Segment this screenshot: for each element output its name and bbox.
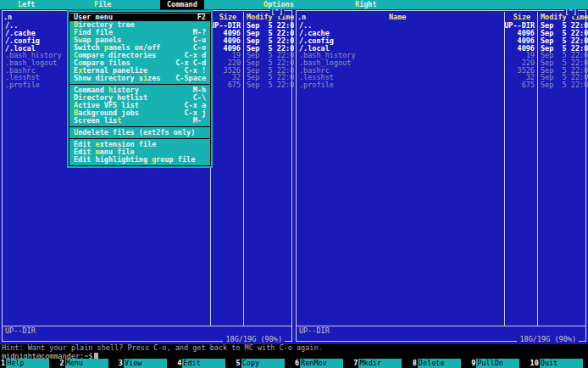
menubar-item-command[interactable]: Command: [160, 0, 204, 9]
fkey-label: RenMov: [300, 359, 343, 368]
item-label: Command: [167, 0, 197, 8]
item-label: Left: [18, 0, 35, 8]
fkey-label: Quit: [540, 359, 583, 368]
hint-line: Hint: Want your plain shell? Press C-o, …: [2, 344, 323, 352]
menu-item-shortcut: M-`: [193, 117, 206, 125]
column-header-size[interactable]: Size: [214, 14, 242, 21]
menubar-item-right[interactable]: Right: [348, 0, 384, 9]
fkey-label: View: [124, 359, 167, 368]
ministatus: UP--DIR: [299, 327, 330, 335]
free-space-indicator: 18G/19G (90%): [517, 336, 579, 343]
item-label: Edit highlighting group file: [74, 156, 195, 164]
item-label: Undelete files (ext2fs only): [74, 129, 195, 137]
file-mtime: Sep 5 22:00: [541, 81, 588, 89]
item-label: Right: [355, 0, 377, 8]
fkey-label: Menu: [65, 359, 108, 368]
file-name: .profile: [299, 81, 334, 89]
fkey-view[interactable]: 3View: [118, 359, 176, 368]
right-panel: [^].nNameSizeModify time/..UP--DIRSep 5 …: [294, 9, 588, 344]
menu-item-shortcut: F2: [197, 14, 206, 21]
item-label: Screen list: [74, 117, 121, 125]
fkey-label: Mkdir: [358, 359, 402, 368]
fkey-label: Copy: [241, 359, 285, 368]
fkey-number: 3: [118, 359, 124, 368]
column-header-size[interactable]: Size: [508, 14, 536, 21]
fkey-number: 10: [530, 359, 540, 368]
ministatus: UP--DIR: [5, 327, 36, 335]
fkey-quit[interactable]: 10Quit: [530, 359, 588, 368]
fkey-mkdir[interactable]: 7Mkdir: [352, 359, 411, 368]
menubar-item-file[interactable]: File: [87, 0, 118, 9]
file-name: .profile: [5, 81, 40, 89]
menubar-item-left[interactable]: Left: [11, 0, 42, 9]
fkey-number: 4: [176, 359, 182, 368]
menu-bar: LeftFileCommandOptionsRight: [0, 0, 588, 9]
sort-indicator[interactable]: .n: [297, 14, 306, 21]
dropdown-list: User menuF2Directory treeFind fileM-?Swa…: [69, 14, 210, 164]
menubar-item-options[interactable]: Options: [257, 0, 301, 9]
fkey-label: Delete: [418, 359, 461, 368]
item-label: Options: [263, 0, 294, 8]
fkey-number: 6: [294, 359, 300, 368]
file-mtime: Sep 5 22:00: [247, 81, 298, 89]
fkey-number: 5: [236, 359, 241, 368]
fkey-menu[interactable]: 2Menu: [58, 359, 117, 368]
menu-item-edit-highlighting-group-file[interactable]: Edit highlighting group file: [69, 156, 210, 164]
menu-item-screen-list[interactable]: Screen listM-`: [69, 117, 210, 125]
menu-item-undelete-files-ext2fs-only[interactable]: Undelete files (ext2fs only): [69, 129, 210, 137]
file-size: 19: [421, 52, 535, 59]
fkey-label: Help: [6, 359, 49, 368]
function-key-bar: 1Help2Menu3View4Edit5Copy6RenMov7Mkdir8D…: [0, 359, 588, 368]
fkey-label: PullDn: [476, 359, 519, 368]
file-size: 675: [421, 81, 535, 89]
column-header-name[interactable]: Name: [389, 14, 406, 21]
fkey-renmov[interactable]: 6RenMov: [294, 359, 352, 368]
command-menu-dropdown: User menuF2Directory treeFind fileM-?Swa…: [67, 10, 213, 168]
fkey-copy[interactable]: 5Copy: [236, 359, 294, 368]
fkey-number: 9: [470, 359, 476, 368]
fkey-edit[interactable]: 4Edit: [176, 359, 235, 368]
fkey-number: 7: [352, 359, 358, 368]
item-label: File: [94, 0, 111, 8]
fkey-number: 1: [0, 359, 6, 368]
fkey-label: Edit: [182, 359, 225, 368]
menu-item-shortcut: C-Space: [175, 75, 206, 82]
panel-up-button[interactable]: [^]: [564, 8, 578, 16]
fkey-number: 2: [58, 359, 64, 368]
fkey-number: 8: [412, 359, 418, 368]
fkey-delete[interactable]: 8Delete: [412, 359, 470, 368]
ministatus-separator: [297, 326, 585, 326]
panel-up-button[interactable]: [^]: [270, 8, 284, 16]
file-size: 32: [421, 74, 535, 81]
free-space-indicator: 18G/19G (90%): [223, 336, 285, 343]
sort-indicator[interactable]: .n: [3, 14, 12, 21]
fkey-pulldn[interactable]: 9PullDn: [470, 359, 529, 368]
fkey-help[interactable]: 1Help: [0, 359, 58, 368]
menu-item-show-directory-sizes[interactable]: Show directory sizesC-Space: [69, 75, 210, 82]
mc-screen: [^].nNameSizeModify time/..UP--DIRSep 5 …: [0, 0, 588, 368]
item-label: Show directory sizes: [74, 75, 160, 82]
ministatus-separator: [3, 326, 291, 326]
file-row-profile[interactable]: .profile675Sep 5 22:00: [297, 81, 585, 89]
